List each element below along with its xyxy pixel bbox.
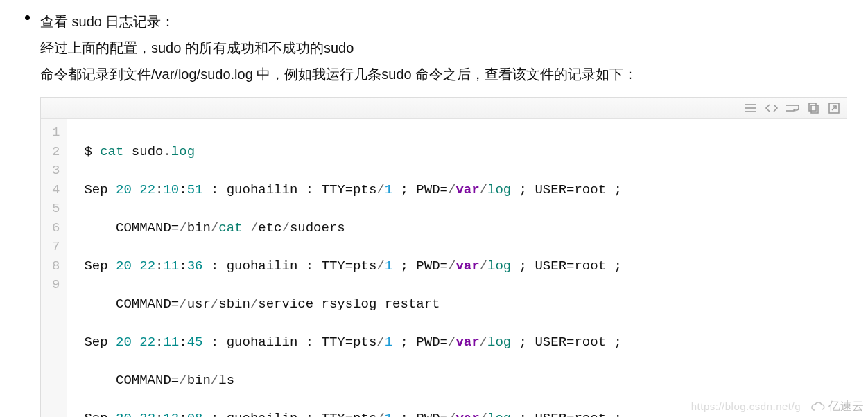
token: / [376,258,384,274]
token: 22 [139,335,155,350]
svg-rect-5 [809,103,816,111]
token: / [179,373,186,388]
token: log [171,144,195,159]
list-item: 查看 sudo 日志记录： 经过上面的配置，sudo 的所有成功和不成功的sud… [21,8,847,417]
copy-icon[interactable] [806,101,820,115]
toggle-wrap-icon[interactable] [785,101,799,115]
token: : [155,182,163,197]
token: / [376,335,384,350]
token [132,335,139,350]
token: var [455,182,479,197]
line-gutter: 1 2 3 4 5 6 7 8 9 [41,119,67,417]
token: 45 [187,335,203,350]
desc-line-3: 命令都记录到文件/var/log/sudo.log 中，例如我运行几条sudo … [40,61,847,87]
token: : [179,411,186,417]
token: 1 [385,411,392,417]
token: / [448,335,455,350]
token: 51 [187,182,203,197]
gutter-num: 1 [52,123,60,143]
token: 22 [139,258,155,274]
token: Sep [84,411,116,417]
token: : guohailin : TTY=pts [202,182,376,197]
code-line: Sep 20 22:11:45 : guohailin : TTY=pts/1 … [84,333,840,353]
svg-line-8 [832,106,836,110]
token: usr [187,296,211,312]
token: var [455,258,479,274]
token: / [250,296,258,312]
token: / [480,335,487,350]
code-line: Sep 20 22:12:08 : guohailin : TTY=pts/1 … [84,409,840,417]
token: sbin [218,296,250,312]
token: : [155,411,163,417]
prompt: $ [84,144,100,159]
token: sudoers [290,220,345,236]
token: . [163,144,171,159]
token: : [155,258,163,274]
token: 08 [187,411,203,417]
token: log [487,335,511,350]
token: 11 [163,335,179,350]
token: 20 [116,258,132,274]
token: log [487,411,511,417]
code-block: 1 2 3 4 5 6 7 8 9 $ cat sudo.log Sep 20 … [40,97,847,417]
token: sudo [123,144,163,159]
token: bin [187,220,211,236]
token: Sep [84,182,116,197]
token: log [487,182,511,197]
gutter-num: 4 [52,181,60,200]
gutter-num: 8 [52,257,60,276]
token: / [448,182,455,197]
token: : guohailin : TTY=pts [202,258,376,274]
token: 20 [116,335,132,350]
code-toolbar [41,98,847,119]
token: ; PWD= [392,182,448,197]
token: ; PWD= [392,411,448,417]
token: bin [187,373,211,388]
token: etc [258,220,281,236]
token: 1 [385,182,392,197]
token: / [211,373,218,388]
gutter-num: 2 [52,143,60,162]
token: var [455,335,479,350]
token: COMMAND= [116,373,179,388]
token: / [376,411,384,417]
gutter-num: 5 [52,199,60,219]
token: / [480,411,487,417]
token [132,182,139,197]
token: : guohailin : TTY=pts [202,335,376,350]
token: ls [218,373,234,388]
token: cat [218,220,250,236]
token: / [448,411,455,417]
desc-line-2: 经过上面的配置，sudo 的所有成功和不成功的sudo [40,35,847,61]
token [132,258,139,274]
token: / [211,220,218,236]
token: ; PWD= [392,258,448,274]
token: / [480,182,487,197]
token: ; USER=root ; [511,411,622,417]
token: Sep [84,335,116,350]
code-line: Sep 20 22:11:36 : guohailin : TTY=pts/1 … [84,257,840,276]
gutter-num: 7 [52,238,60,257]
code-line: Sep 20 22:10:51 : guohailin : TTY=pts/1 … [84,181,840,200]
token: 12 [163,411,179,417]
token: : [179,335,186,350]
view-source-icon[interactable] [765,101,779,115]
popout-icon[interactable] [827,101,841,115]
code-line: COMMAND=/bin/cat /etc/sudoers [84,219,840,238]
token: / [250,220,258,236]
code-line: COMMAND=/bin/ls [84,371,840,391]
token: 1 [385,258,392,274]
token: COMMAND= [116,296,179,312]
token: cat [100,144,123,159]
token: 11 [163,258,179,274]
svg-rect-6 [811,105,818,113]
token: 20 [116,182,132,197]
token: var [455,411,479,417]
token: : [179,182,186,197]
token: service rsyslog restart [258,296,440,312]
token: : [155,335,163,350]
code-line: $ cat sudo.log [84,143,840,162]
description-text: 查看 sudo 日志记录： 经过上面的配置，sudo 的所有成功和不成功的sud… [40,8,847,87]
token: / [282,220,290,236]
view-plain-icon[interactable] [744,101,758,115]
